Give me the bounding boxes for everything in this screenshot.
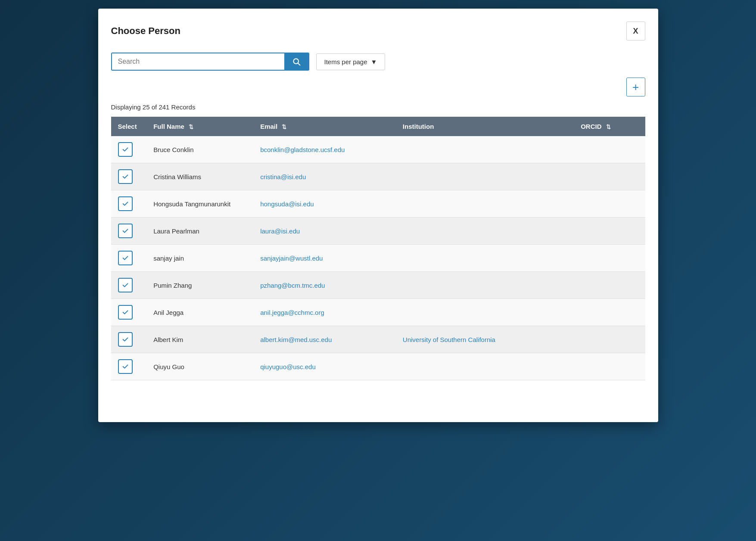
table-header: Select Full Name ⇅ Email ⇅ Institution O [111, 117, 645, 136]
chevron-down-icon: ▼ [371, 58, 377, 65]
sort-icon-orcid: ⇅ [606, 124, 611, 130]
cell-orcid [574, 353, 645, 380]
table-row: Anil Jeggaanil.jegga@cchmc.org [111, 299, 645, 326]
table-row: Albert Kimalbert.kim@med.usc.eduUniversi… [111, 326, 645, 353]
cell-email[interactable]: bconklin@gladstone.ucsf.edu [253, 136, 396, 163]
cell-email[interactable]: laura@isi.edu [253, 218, 396, 245]
select-checkbox[interactable] [118, 224, 133, 238]
table-row: Laura Pearlmanlaura@isi.edu [111, 218, 645, 245]
sort-icon-email: ⇅ [282, 124, 286, 130]
cell-email[interactable]: cristina@isi.edu [253, 163, 396, 190]
add-button-container: + [111, 78, 645, 96]
cell-fullname: Pumin Zhang [146, 272, 253, 299]
cell-orcid [574, 299, 645, 326]
cell-institution [396, 353, 574, 380]
col-header-email[interactable]: Email ⇅ [253, 117, 396, 136]
items-per-page-button[interactable]: Items per page ▼ [316, 53, 386, 70]
select-checkbox[interactable] [118, 305, 133, 320]
sort-icon-fullname: ⇅ [189, 124, 193, 130]
cell-orcid [574, 218, 645, 245]
table-row: Pumin Zhangpzhang@bcm.tmc.edu [111, 272, 645, 299]
select-checkbox[interactable] [118, 251, 133, 265]
cell-fullname: Laura Pearlman [146, 218, 253, 245]
col-header-fullname[interactable]: Full Name ⇅ [146, 117, 253, 136]
cell-fullname: Albert Kim [146, 326, 253, 353]
col-header-orcid[interactable]: ORCID ⇅ [574, 117, 645, 136]
col-header-select: Select [111, 117, 147, 136]
cell-email[interactable]: sanjayjain@wustl.edu [253, 245, 396, 272]
select-checkbox[interactable] [118, 332, 133, 347]
table-body: Bruce Conklinbconklin@gladstone.ucsf.edu… [111, 136, 645, 380]
cell-email[interactable]: albert.kim@med.usc.edu [253, 326, 396, 353]
persons-table: Select Full Name ⇅ Email ⇅ Institution O [111, 117, 645, 380]
toolbar: Items per page ▼ [111, 53, 645, 71]
cell-institution [396, 245, 574, 272]
select-checkbox[interactable] [118, 142, 133, 157]
cell-orcid [574, 272, 645, 299]
modal-dialog: Choose Person X Items per page ▼ + Di [98, 9, 658, 422]
cell-fullname: Qiuyu Guo [146, 353, 253, 380]
cell-institution [396, 136, 574, 163]
cell-orcid [574, 136, 645, 163]
search-input[interactable] [112, 53, 284, 70]
cell-fullname: sanjay jain [146, 245, 253, 272]
modal-title: Choose Person [111, 25, 180, 37]
cell-fullname: Hongsuda Tangmunarunkit [146, 190, 253, 218]
cell-orcid [574, 190, 645, 218]
cell-email[interactable]: anil.jegga@cchmc.org [253, 299, 396, 326]
select-checkbox[interactable] [118, 169, 133, 184]
search-icon [292, 57, 301, 66]
records-info: Displaying 25 of 241 Records [111, 103, 645, 111]
search-container [111, 53, 309, 71]
cell-institution [396, 163, 574, 190]
table-row: Hongsuda Tangmunarunkithongsuda@isi.edu [111, 190, 645, 218]
cell-orcid [574, 163, 645, 190]
add-button[interactable]: + [626, 78, 645, 96]
modal-backdrop: Choose Person X Items per page ▼ + Di [0, 0, 756, 541]
cell-institution [396, 218, 574, 245]
col-header-institution: Institution [396, 117, 574, 136]
cell-institution [396, 299, 574, 326]
select-checkbox[interactable] [118, 278, 133, 292]
cell-fullname: Cristina Williams [146, 163, 253, 190]
cell-institution [396, 272, 574, 299]
modal-header: Choose Person X [111, 22, 645, 40]
select-checkbox[interactable] [118, 196, 133, 211]
cell-institution [396, 190, 574, 218]
cell-fullname: Anil Jegga [146, 299, 253, 326]
cell-orcid [574, 326, 645, 353]
select-checkbox[interactable] [118, 359, 133, 374]
table-row: sanjay jainsanjayjain@wustl.edu [111, 245, 645, 272]
cell-email[interactable]: pzhang@bcm.tmc.edu [253, 272, 396, 299]
cell-email[interactable]: hongsuda@isi.edu [253, 190, 396, 218]
cell-orcid [574, 245, 645, 272]
cell-fullname: Bruce Conklin [146, 136, 253, 163]
cell-email[interactable]: qiuyuguo@usc.edu [253, 353, 396, 380]
svg-line-1 [298, 63, 300, 65]
table-row: Cristina Williamscristina@isi.edu [111, 163, 645, 190]
search-button[interactable] [284, 53, 308, 70]
close-button[interactable]: X [626, 22, 645, 40]
cell-institution: University of Southern California [396, 326, 574, 353]
table-row: Bruce Conklinbconklin@gladstone.ucsf.edu [111, 136, 645, 163]
table-row: Qiuyu Guoqiuyuguo@usc.edu [111, 353, 645, 380]
